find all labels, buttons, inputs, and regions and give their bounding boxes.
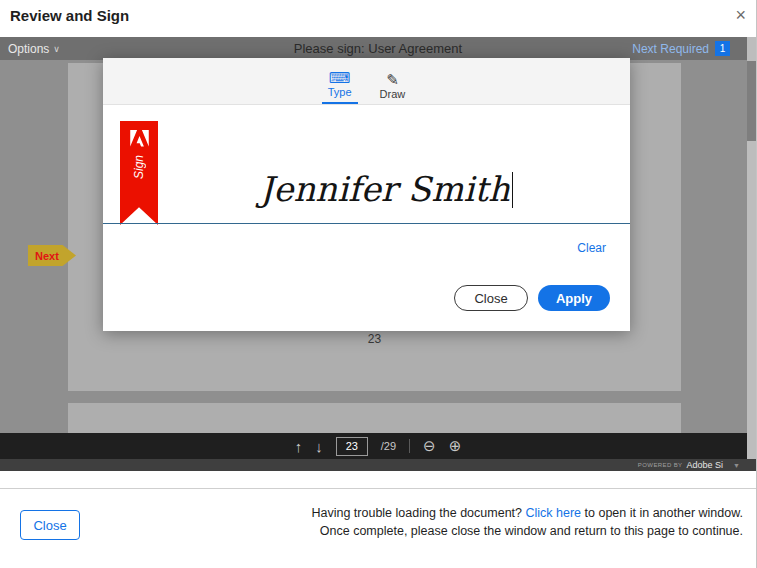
text-caret [512,172,514,208]
zoom-in-icon[interactable]: ⊕ [449,437,462,455]
toolbar-divider [409,439,410,453]
powered-by-label: POWERED BY [638,462,683,468]
viewer-toolbar: ↑ ↓ 23 /29 ⊖ ⊕ › [0,433,756,459]
help-line2: Once complete, please close the window a… [320,524,743,538]
next-required-indicator[interactable]: Next Required 1 [632,41,756,56]
tab-type[interactable]: ⌨ Type [322,66,358,104]
page-total: /29 [381,440,396,452]
signature-baseline [103,223,630,224]
tab-type-label: Type [328,86,352,98]
page-up-icon[interactable]: ↑ [295,438,303,455]
footer: Close Having trouble loading the documen… [0,488,756,568]
adobe-brand-label: Adobe Si [687,460,724,470]
document-page-next [68,403,681,433]
powered-by-bar: POWERED BY Adobe Si ▼ [0,459,756,471]
modal-close-button[interactable]: Close [454,285,528,311]
titlebar: Review and Sign × [0,0,756,31]
page-number-input[interactable]: 23 [336,437,368,456]
help-line1-pre: Having trouble loading the document? [311,506,525,520]
review-and-sign-window: Review and Sign × Options ∨ Please sign:… [0,0,757,568]
window-title: Review and Sign [0,7,129,24]
apply-button[interactable]: Apply [538,285,610,311]
scrollbar-thumb[interactable] [747,61,756,141]
pen-icon: ✎ [386,71,399,88]
signature-dialog-header: ⌨ Type ✎ Draw [103,58,630,105]
footer-help-text: Having trouble loading the document? Cli… [311,504,743,540]
options-menu[interactable]: Options ∨ [0,42,60,56]
scroll-down-icon[interactable]: ▼ [733,462,740,469]
signature-dialog: ⌨ Type ✎ Draw Sign Jennifer Smith Clear … [103,58,630,331]
document-toolbar: Options ∨ Please sign: User Agreement Ne… [0,37,756,60]
help-line1-post: to open it in another window. [581,506,743,520]
tab-draw-label: Draw [380,88,406,100]
dialog-button-row: Close Apply [454,285,610,311]
signature-input[interactable]: Jennifer Smith [143,169,630,209]
page-number-label: 23 [68,332,681,346]
signature-dialog-body: Sign Jennifer Smith Clear Close Apply [103,105,630,331]
zoom-out-icon[interactable]: ⊖ [423,437,436,455]
adobe-logo-icon [130,130,149,147]
chevron-down-icon: ∨ [53,44,60,54]
page-down-icon[interactable]: ↓ [315,438,323,455]
next-required-label: Next Required [632,42,709,56]
footer-close-button[interactable]: Close [20,510,80,540]
options-label: Options [8,42,49,56]
required-count-badge: 1 [715,41,730,56]
click-here-link[interactable]: Click here [526,506,582,520]
tab-draw[interactable]: ✎ Draw [374,68,412,104]
keyboard-icon: ⌨ [329,69,351,86]
scrollbar[interactable] [747,37,756,459]
signature-text: Jennifer Smith [260,169,510,209]
window-close-icon[interactable]: × [735,5,746,25]
clear-link[interactable]: Clear [577,241,606,255]
